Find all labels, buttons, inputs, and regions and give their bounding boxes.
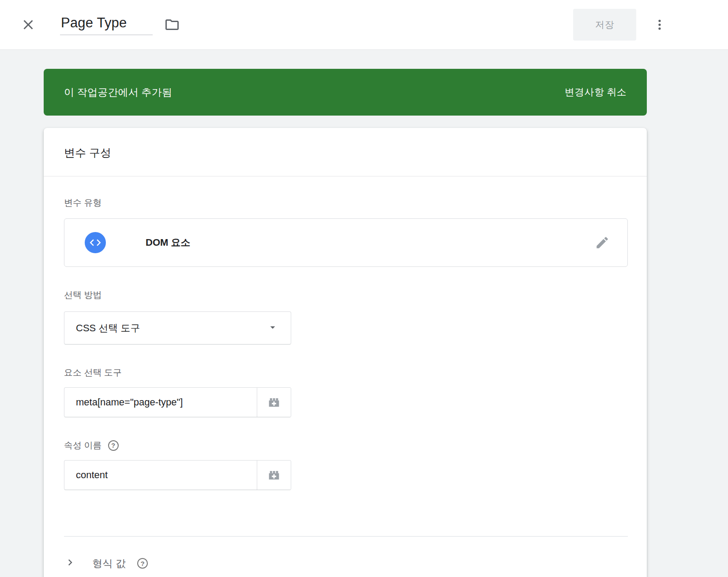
code-brackets-icon — [89, 236, 102, 249]
element-selector-section: 요소 선택 도구 — [64, 367, 628, 417]
close-button[interactable] — [18, 14, 39, 35]
selection-method-label: 선택 방법 — [64, 289, 628, 301]
selection-method-dropdown[interactable]: CSS 선택 도구 — [64, 311, 291, 345]
selection-method-section: 선택 방법 CSS 선택 도구 — [64, 289, 628, 345]
variable-name-input[interactable] — [61, 15, 145, 31]
element-selector-field — [64, 387, 291, 417]
attribute-name-label: 속성 이름 ? — [64, 439, 628, 451]
folder-button[interactable] — [161, 14, 183, 35]
chevron-down-icon — [267, 322, 278, 335]
workspace-status-banner: 이 작업공간에서 추가됨 변경사항 취소 — [44, 69, 647, 116]
save-button[interactable]: 저장 — [573, 9, 636, 41]
discard-changes-button[interactable]: 변경사항 취소 — [563, 81, 628, 103]
variable-type-badge — [85, 232, 106, 253]
card-body: 변수 유형 DOM 요소 선택 — [44, 176, 647, 577]
attribute-name-label-text: 속성 이름 — [64, 439, 102, 451]
attribute-name-input[interactable] — [64, 461, 257, 490]
variable-type-selector[interactable]: DOM 요소 — [64, 218, 628, 267]
card-title: 변수 구성 — [64, 146, 627, 160]
variable-type-section: 변수 유형 DOM 요소 — [64, 197, 628, 267]
help-icon[interactable]: ? — [108, 440, 119, 451]
pencil-icon — [595, 235, 610, 250]
folder-icon — [164, 17, 180, 33]
variable-type-label: 변수 유형 — [64, 197, 628, 209]
main-content: 이 작업공간에서 추가됨 변경사항 취소 변수 구성 변수 유형 DOM 요소 — [44, 69, 647, 577]
attribute-name-section: 속성 이름 ? — [64, 439, 628, 490]
variable-name-field-wrap — [60, 14, 153, 35]
variable-type-value: DOM 요소 — [146, 236, 592, 249]
chevron-right-icon — [64, 556, 76, 570]
variable-brick-plus-icon — [266, 395, 281, 410]
selection-method-value: CSS 선택 도구 — [76, 322, 140, 335]
close-icon — [20, 17, 36, 33]
banner-message: 이 작업공간에서 추가됨 — [64, 86, 172, 99]
variable-brick-plus-icon — [266, 468, 281, 483]
section-divider — [64, 536, 628, 537]
kebab-menu-icon — [653, 15, 666, 34]
format-value-expander[interactable]: 형식 값 ? — [64, 555, 148, 572]
variable-configuration-card: 변수 구성 변수 유형 DOM 요소 — [44, 128, 647, 577]
insert-variable-button[interactable] — [257, 461, 291, 490]
attribute-name-field — [64, 460, 291, 490]
insert-variable-button[interactable] — [257, 388, 291, 417]
edit-variable-type-button[interactable] — [592, 232, 612, 253]
top-bar: 저장 — [0, 0, 728, 50]
format-value-label: 형식 값 — [92, 557, 126, 570]
element-selector-label: 요소 선택 도구 — [64, 367, 628, 378]
help-icon[interactable]: ? — [137, 558, 148, 569]
element-selector-input[interactable] — [64, 388, 257, 417]
card-header: 변수 구성 — [44, 128, 647, 176]
more-options-button[interactable] — [650, 12, 669, 37]
